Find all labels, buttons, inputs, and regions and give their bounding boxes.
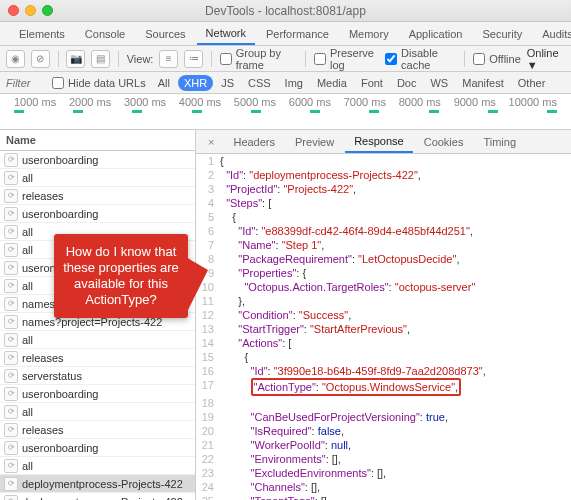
filter-toggle-button[interactable]: ▤	[91, 50, 110, 68]
name-column-header[interactable]: Name	[0, 130, 195, 151]
filter-type-css[interactable]: CSS	[242, 75, 277, 91]
minimize-window-icon[interactable]	[25, 5, 36, 16]
detail-tab-preview[interactable]: Preview	[286, 132, 343, 152]
timeline-tick: 4000 ms	[179, 96, 221, 108]
timeline[interactable]: 1000 ms2000 ms3000 ms4000 ms5000 ms6000 …	[0, 94, 571, 130]
filter-type-img[interactable]: Img	[279, 75, 309, 91]
panel-tab-console[interactable]: Console	[76, 24, 134, 44]
request-row[interactable]: ⟳releases	[0, 187, 195, 205]
timeline-tick: 9000 ms	[454, 96, 496, 108]
throttling-select[interactable]: Online ▼	[527, 47, 565, 71]
request-name: releases	[22, 352, 64, 364]
panel-tab-application[interactable]: Application	[400, 24, 472, 44]
filter-type-doc[interactable]: Doc	[391, 75, 423, 91]
panel-tab-security[interactable]: Security	[473, 24, 531, 44]
request-name: serverstatus	[22, 370, 82, 382]
xhr-icon: ⟳	[4, 243, 18, 257]
hide-data-urls-checkbox[interactable]: Hide data URLs	[52, 77, 146, 89]
filter-type-all[interactable]: All	[152, 75, 176, 91]
devtools-panel-tabs: ElementsConsoleSourcesNetworkPerformance…	[0, 22, 571, 46]
line-content: "IsRequired": false,	[220, 424, 344, 438]
response-body[interactable]: 1{2 "Id": "deploymentprocess-Projects-42…	[196, 154, 571, 500]
timeline-tick: 2000 ms	[69, 96, 111, 108]
window-titlebar: DevTools - localhost:8081/app	[0, 0, 571, 22]
request-row[interactable]: ⟳releases	[0, 421, 195, 439]
filter-type-font[interactable]: Font	[355, 75, 389, 91]
code-line: 1{	[198, 154, 571, 168]
zoom-window-icon[interactable]	[42, 5, 53, 16]
detail-tab-timing[interactable]: Timing	[474, 132, 525, 152]
request-row[interactable]: ⟳all	[0, 403, 195, 421]
filter-type-js[interactable]: JS	[215, 75, 240, 91]
request-row[interactable]: ⟳deploymentprocess-Projects-422	[0, 475, 195, 493]
record-button[interactable]: ◉	[6, 50, 25, 68]
offline-checkbox[interactable]: Offline	[473, 53, 521, 65]
request-name: all	[22, 280, 33, 292]
request-row[interactable]: ⟳useronboarding	[0, 151, 195, 169]
filter-type-manifest[interactable]: Manifest	[456, 75, 510, 91]
panel-tab-performance[interactable]: Performance	[257, 24, 338, 44]
detail-tab-cookies[interactable]: Cookies	[415, 132, 473, 152]
request-row[interactable]: ⟳all	[0, 169, 195, 187]
panel-tab-memory[interactable]: Memory	[340, 24, 398, 44]
code-line: 14 "Actions": [	[198, 336, 571, 350]
request-row[interactable]: ⟳deploymentprocess-Projects-422	[0, 493, 195, 500]
timeline-tick: 6000 ms	[289, 96, 331, 108]
line-content: "StartTrigger": "StartAfterPrevious",	[220, 322, 410, 336]
xhr-icon: ⟳	[4, 333, 18, 347]
request-row[interactable]: ⟳useronboarding	[0, 205, 195, 223]
request-row[interactable]: ⟳releases	[0, 349, 195, 367]
network-toolbar: ◉ ⊘ 📷 ▤ View: ≡ ≔ Group by frame Preserv…	[0, 46, 571, 72]
request-row[interactable]: ⟳useronboarding	[0, 385, 195, 403]
request-name: releases	[22, 424, 64, 436]
code-line: 17 "ActionType": "Octopus.WindowsService…	[198, 378, 571, 396]
request-name: all	[22, 460, 33, 472]
line-content: "Id": "deploymentprocess-Projects-422",	[220, 168, 421, 182]
request-row[interactable]: ⟳all	[0, 331, 195, 349]
timeline-bar	[310, 110, 320, 113]
panel-tab-elements[interactable]: Elements	[10, 24, 74, 44]
close-window-icon[interactable]	[8, 5, 19, 16]
request-row[interactable]: ⟳useronboarding	[0, 439, 195, 457]
code-line: 25 "TenantTags": [],	[198, 494, 571, 500]
line-content: "PackageRequirement": "LetOctopusDecide"…	[220, 252, 459, 266]
view-large-button[interactable]: ≡	[159, 50, 178, 68]
code-line: 8 "PackageRequirement": "LetOctopusDecid…	[198, 252, 571, 266]
code-line: 19 "CanBeUsedForProjectVersioning": true…	[198, 410, 571, 424]
xhr-icon: ⟳	[4, 189, 18, 203]
line-content: },	[220, 294, 245, 308]
code-line: 5 {	[198, 210, 571, 224]
detail-tab-response[interactable]: Response	[345, 131, 413, 153]
request-row[interactable]: ⟳serverstatus	[0, 367, 195, 385]
xhr-icon: ⟳	[4, 477, 18, 491]
request-name: all	[22, 406, 33, 418]
filter-type-other[interactable]: Other	[512, 75, 552, 91]
preserve-log-checkbox[interactable]: Preserve log	[314, 47, 379, 71]
code-line: 15 {	[198, 350, 571, 364]
code-line: 9 "Properties": {	[198, 266, 571, 280]
line-content: "CanBeUsedForProjectVersioning": true,	[220, 410, 448, 424]
capture-screenshot-button[interactable]: 📷	[66, 50, 85, 68]
code-line: 10 "Octopus.Action.TargetRoles": "octopu…	[198, 280, 571, 294]
line-content: {	[220, 350, 248, 364]
line-number: 2	[198, 168, 220, 182]
clear-button[interactable]: ⊘	[31, 50, 50, 68]
line-number: 19	[198, 410, 220, 424]
close-detail-icon[interactable]: ×	[200, 136, 222, 148]
filter-type-media[interactable]: Media	[311, 75, 353, 91]
code-line: 7 "Name": "Step 1",	[198, 238, 571, 252]
view-small-button[interactable]: ≔	[184, 50, 203, 68]
filter-type-xhr[interactable]: XHR	[178, 75, 213, 91]
detail-tab-headers[interactable]: Headers	[224, 132, 284, 152]
xhr-icon: ⟳	[4, 315, 18, 329]
code-line: 23 "ExcludedEnvironments": [],	[198, 466, 571, 480]
panel-tab-audits[interactable]: Audits	[533, 24, 571, 44]
filter-type-ws[interactable]: WS	[424, 75, 454, 91]
request-row[interactable]: ⟳all	[0, 457, 195, 475]
panel-tab-network[interactable]: Network	[197, 23, 255, 45]
panel-tab-sources[interactable]: Sources	[136, 24, 194, 44]
disable-cache-checkbox[interactable]: Disable cache	[385, 47, 456, 71]
line-number: 23	[198, 466, 220, 480]
group-by-frame-checkbox[interactable]: Group by frame	[220, 47, 297, 71]
filter-input[interactable]	[6, 75, 46, 91]
